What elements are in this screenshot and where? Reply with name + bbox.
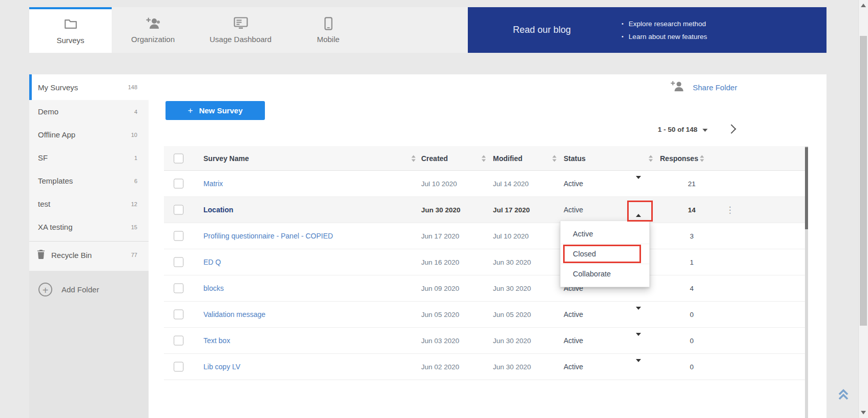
sort-icon[interactable] [700, 155, 705, 162]
row-checkbox[interactable] [174, 231, 183, 241]
scrollbar-up-arrow-icon[interactable] [861, 4, 866, 7]
column-header-modified[interactable]: Modified [493, 154, 523, 163]
survey-name-link[interactable]: blocks [203, 284, 224, 292]
responses-count[interactable]: 0 [671, 363, 712, 371]
share-folder-button[interactable]: Share Folder [670, 81, 737, 94]
responses-count[interactable]: 14 [671, 206, 712, 214]
add-user-icon [670, 81, 685, 94]
survey-name-link[interactable]: Profiling questionnaire - Panel - COPIED [203, 232, 333, 240]
double-chevron-up-icon [835, 386, 852, 402]
table-scrollbar-track[interactable] [805, 146, 808, 418]
new-survey-button[interactable]: + New Survey [166, 101, 265, 120]
scrollbar-down-arrow-icon[interactable] [861, 411, 866, 414]
table-row: blocks Jun 09 2020 Jun 30 2020 Active 4 [164, 275, 805, 302]
table-header: Survey Name Created Modified Status Resp… [164, 146, 805, 171]
survey-name-link[interactable]: Lib copy LV [203, 363, 240, 371]
folder-count: 6 [134, 178, 137, 184]
sort-icon[interactable] [649, 155, 653, 162]
row-checkbox[interactable] [174, 205, 183, 215]
column-header-responses[interactable]: Responses [660, 154, 698, 163]
tab-surveys[interactable]: Surveys [29, 7, 112, 53]
status-value[interactable]: Active [564, 363, 583, 371]
status-value[interactable]: Active [564, 206, 583, 214]
row-checkbox[interactable] [174, 310, 183, 320]
scroll-to-top-button[interactable] [835, 386, 852, 404]
status-dropdown-option-closed[interactable]: Closed [561, 244, 649, 264]
sidebar-item-xa-testing[interactable]: XA testing 15 [29, 215, 149, 238]
row-checkbox[interactable] [174, 284, 183, 293]
sidebar-item-demo[interactable]: Demo 4 [29, 100, 149, 123]
folders-sidebar: My Surveys 148 Demo 4 Offline App 10 SF … [29, 74, 149, 418]
sidebar-item-my-surveys[interactable]: My Surveys 148 [29, 74, 149, 100]
table-row: Matrix Jul 10 2020 Jul 14 2020 Active 21 [164, 171, 805, 197]
row-checkbox[interactable] [174, 257, 183, 267]
survey-name-link[interactable]: Matrix [203, 180, 223, 188]
survey-name-link[interactable]: Text box [203, 336, 230, 345]
column-header-status[interactable]: Status [564, 154, 586, 163]
folder-count: 1 [134, 155, 137, 161]
blog-banner[interactable]: Read our blog • Explore research method … [468, 7, 826, 53]
created-date: Jun 17 2020 [421, 232, 459, 240]
banner-bullet-item: • Explore research method [622, 17, 707, 30]
status-caret-icon[interactable] [636, 336, 641, 345]
tab-usage-dashboard[interactable]: Usage Dashboard [194, 7, 287, 53]
dashboard-icon [234, 17, 248, 30]
status-value[interactable]: Active [564, 180, 583, 188]
table-scrollbar-thumb[interactable] [805, 147, 808, 229]
table-row: ED Q Jun 16 2020 Jun 30 2020 Active 1 [164, 249, 805, 275]
add-folder-button[interactable]: + Add Folder [29, 271, 149, 308]
responses-count[interactable]: 0 [671, 337, 712, 345]
status-caret-icon[interactable] [636, 310, 641, 319]
blog-banner-title[interactable]: Read our blog [513, 7, 571, 53]
status-value[interactable]: Active [564, 310, 583, 319]
sort-icon[interactable] [482, 155, 486, 162]
responses-count[interactable]: 0 [671, 311, 712, 319]
modified-date: Jul 10 2020 [493, 232, 529, 240]
survey-name-link[interactable]: Validation message [203, 310, 265, 319]
survey-name-link[interactable]: ED Q [203, 258, 221, 266]
pagination-caret-icon[interactable] [702, 129, 708, 132]
sidebar-item-recycle-bin[interactable]: Recycle Bin 77 [29, 241, 149, 268]
sidebar-item-test[interactable]: test 12 [29, 192, 149, 215]
plus-circle-icon: + [38, 283, 52, 296]
status-value[interactable]: Active [564, 336, 583, 345]
folder-count: 4 [134, 109, 137, 115]
sort-icon[interactable] [411, 155, 416, 162]
surveys-panel: Share Folder + New Survey 1 - 50 of 148 … [149, 74, 826, 418]
status-caret-icon[interactable] [636, 205, 641, 214]
row-checkbox[interactable] [174, 362, 183, 372]
plus-icon: + [188, 106, 193, 116]
responses-count[interactable]: 3 [671, 232, 712, 240]
responses-count[interactable]: 4 [671, 285, 712, 292]
column-header-created[interactable]: Created [421, 154, 448, 163]
status-caret-icon[interactable] [636, 179, 641, 188]
sidebar-item-offline-app[interactable]: Offline App 10 [29, 123, 149, 146]
recycle-bin-count: 77 [131, 252, 137, 258]
folder-count: 15 [131, 224, 137, 230]
status-dropdown-option-collaborate[interactable]: Collaborate [561, 264, 649, 284]
created-date: Jun 05 2020 [421, 311, 459, 319]
next-page-chevron-icon[interactable] [727, 124, 736, 133]
responses-count[interactable]: 1 [671, 258, 712, 266]
row-checkbox[interactable] [174, 336, 183, 346]
add-user-icon [146, 17, 161, 30]
pagination-range[interactable]: 1 - 50 of 148 [620, 126, 697, 133]
recycle-bin-label: Recycle Bin [51, 251, 92, 260]
row-checkbox[interactable] [174, 179, 183, 189]
modified-date: Jun 30 2020 [493, 363, 531, 371]
status-dropdown-option-active[interactable]: Active [561, 224, 649, 244]
column-header-survey-name[interactable]: Survey Name [203, 154, 249, 163]
sort-icon[interactable] [552, 155, 557, 162]
sidebar-item-templates[interactable]: Templates 6 [29, 169, 149, 192]
browser-scrollbar[interactable] [858, 0, 868, 418]
status-caret-icon[interactable] [636, 362, 641, 371]
select-all-checkbox[interactable] [174, 153, 183, 163]
tab-mobile[interactable]: Mobile [287, 7, 369, 53]
banner-bullet-item: • Learn about new features [622, 30, 707, 43]
kebab-menu-icon[interactable]: ⋮ [726, 205, 734, 215]
responses-count[interactable]: 21 [671, 180, 712, 188]
sidebar-item-sf[interactable]: SF 1 [29, 146, 149, 169]
tab-organization[interactable]: Organization [112, 7, 194, 53]
scrollbar-thumb[interactable] [860, 36, 867, 326]
survey-name-link[interactable]: Location [203, 206, 233, 214]
